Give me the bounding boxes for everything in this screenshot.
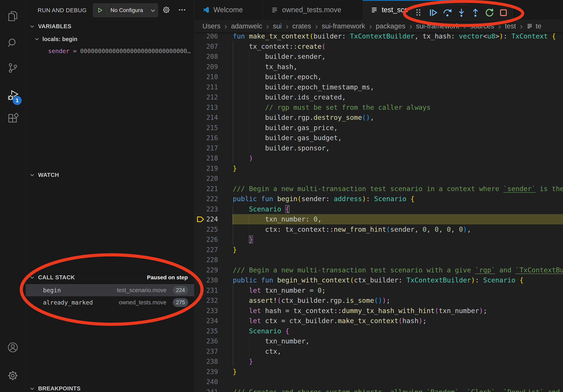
code-line-224[interactable]: 224 txn_number: 0,	[194, 214, 563, 224]
code-line-214[interactable]: 214 builder.rgp.destroy_some(),	[194, 113, 563, 123]
code-line-211[interactable]: 211 builder.epoch_timestamp_ms,	[194, 82, 563, 92]
call-stack-frame[interactable]: already_markedowned_tests.move275	[26, 296, 194, 309]
debug-step-over-button[interactable]	[440, 5, 454, 21]
line-number: 230	[194, 275, 218, 285]
code-line-233[interactable]: 233 let hash = tx_context::dummy_tx_hash…	[194, 306, 563, 316]
line-text: builder.gas_budget,	[233, 133, 342, 143]
frame-line-badge: 224	[173, 286, 188, 295]
debug-step-into-button[interactable]	[454, 5, 468, 21]
breadcrumb-item[interactable]: crates	[292, 22, 311, 30]
breadcrumb-item[interactable]: te	[536, 22, 541, 30]
code-line-238[interactable]: 238 }	[194, 356, 563, 367]
tab-owned-tests-move[interactable]: owned_tests.move	[263, 0, 363, 20]
breadcrumb-item[interactable]: sources	[470, 22, 494, 30]
breadcrumb-item[interactable]: test	[505, 22, 516, 30]
breadcrumb-item[interactable]: sui-framework	[416, 22, 460, 30]
breadcrumb-item[interactable]: Users	[202, 22, 220, 30]
variables-scope-row[interactable]: locals: begin	[26, 34, 194, 44]
activitybar-item-search[interactable]	[0, 33, 26, 54]
activitybar-item-source-control[interactable]	[0, 57, 26, 79]
code-line-206[interactable]: 206fun make_tx_context(builder: TxContex…	[194, 31, 563, 41]
line-text: tx_hash,	[233, 62, 297, 72]
code-line-235[interactable]: 235 Scenario {	[194, 326, 563, 336]
line-number: 206	[194, 31, 218, 41]
breadcrumb-item[interactable]: packages	[376, 22, 405, 30]
call-stack-frame[interactable]: begintest_scenario.move224	[26, 284, 194, 296]
debug-restart-button[interactable]	[482, 5, 496, 21]
debug-step-out-button[interactable]	[468, 5, 482, 21]
line-text: builder.epoch_timestamp_ms,	[233, 82, 374, 92]
section-call-stack-header[interactable]: CALL STACK Paused on step	[26, 272, 194, 283]
tab-welcome[interactable]: Welcome	[194, 0, 263, 20]
code-line-217[interactable]: 217 builder.sponsor,	[194, 143, 563, 153]
code-line-229[interactable]: 229/// Begin a new multi-transaction tes…	[194, 265, 563, 275]
code-line-226[interactable]: 226 }	[194, 235, 563, 245]
line-number: 231	[194, 285, 218, 296]
breadcrumb-item[interactable]: sui-framework	[322, 22, 365, 30]
code-line-227[interactable]: 227}	[194, 245, 563, 255]
code-line-221[interactable]: 221/// Begin a new multi-transaction tes…	[194, 184, 563, 194]
activitybar-item-extensions[interactable]	[0, 108, 26, 129]
code-line-234[interactable]: 234 let ctx = ctx_builder.make_tx_contex…	[194, 316, 563, 326]
code-line-215[interactable]: 215 builder.gas_price,	[194, 123, 563, 133]
code-line-210[interactable]: 210 builder.epoch,	[194, 72, 563, 82]
line-number: 239	[194, 367, 218, 377]
code-line-241[interactable]: 241/// Creates and shares system objects…	[194, 387, 563, 392]
code-line-230[interactable]: 230public fun begin_with_context(ctx_bui…	[194, 275, 563, 285]
breadcrumb-item[interactable]: adamwelc	[231, 22, 262, 30]
code-line-216[interactable]: 216 builder.gas_budget,	[194, 133, 563, 143]
chevron-down-icon	[29, 386, 35, 392]
line-text: /// Begin a new multi-transaction test s…	[233, 265, 563, 275]
activitybar-item-explorer[interactable]	[0, 6, 26, 27]
line-text: }	[233, 235, 253, 245]
views-and-more-actions-button[interactable]	[177, 6, 187, 15]
variable-row-sender[interactable]: sender = 000000000000000000000000000000…	[26, 46, 194, 56]
activitybar-item-account[interactable]	[0, 337, 26, 359]
code-line-236[interactable]: 236 txn_number,	[194, 336, 563, 346]
code-line-225[interactable]: 225 ctx: tx_context::new_from_hint(sende…	[194, 224, 563, 235]
debug-continue-button[interactable]	[426, 5, 440, 21]
breadcrumb-item[interactable]: sui	[273, 22, 282, 30]
launch-config-dropdown[interactable]: No Configura	[93, 3, 158, 17]
code-line-232[interactable]: 232 assert!(ctx_builder.rgp.is_some());	[194, 296, 563, 306]
code-line-237[interactable]: 237 ctx,	[194, 346, 563, 357]
frame-file: test_scenario.move	[117, 287, 166, 293]
code-line-212[interactable]: 212 builder.ids_created,	[194, 92, 563, 103]
section-breakpoints-label: BREAKPOINTS	[38, 385, 80, 392]
start-debug-button[interactable]	[93, 3, 107, 17]
activitybar-item-settings[interactable]	[0, 365, 26, 387]
code-line-219[interactable]: 219}	[194, 163, 563, 174]
line-number: 208	[194, 52, 218, 62]
code-line-222[interactable]: 222public fun begin(sender: address): Sc…	[194, 194, 563, 204]
line-text: builder.gas_price,	[233, 123, 338, 133]
section-breakpoints-header[interactable]: BREAKPOINTS	[26, 383, 194, 392]
line-number: 237	[194, 346, 218, 357]
code-line-223[interactable]: 223 Scenario {	[194, 204, 563, 214]
code-line-218[interactable]: 218 )	[194, 153, 563, 163]
breadcrumb[interactable]: Usersadamwelcsuicratessui-frameworkpacka…	[194, 20, 563, 32]
code-line-239[interactable]: 239}	[194, 367, 563, 377]
code-line-213[interactable]: 213 // rgp must be set from the caller a…	[194, 103, 563, 113]
line-text: txn_number,	[233, 336, 309, 346]
drag-handle-icon[interactable]	[416, 9, 421, 16]
line-text: builder.sender,	[233, 52, 326, 62]
chevron-right-icon	[223, 23, 229, 29]
code-line-207[interactable]: 207 tx_context::create(	[194, 41, 563, 52]
code-line-209[interactable]: 209 tx_hash,	[194, 62, 563, 72]
section-watch-header[interactable]: WATCH	[26, 169, 194, 180]
code-line-208[interactable]: 208 builder.sender,	[194, 52, 563, 62]
code-line-220[interactable]: 220	[194, 173, 563, 184]
activitybar-item-run-and-debug[interactable]	[0, 85, 26, 107]
line-text: assert!(ctx_builder.rgp.is_some());	[233, 296, 390, 306]
code-editor[interactable]: 206fun make_tx_context(builder: TxContex…	[194, 31, 563, 392]
frame-file: owned_tests.move	[119, 299, 166, 306]
code-line-231[interactable]: 231 let txn_number = 0;	[194, 285, 563, 296]
debug-stop-button[interactable]	[496, 5, 510, 21]
section-variables-header[interactable]: VARIABLES	[26, 21, 194, 32]
code-line-228[interactable]: 228	[194, 255, 563, 265]
variable-name: sender	[48, 48, 69, 54]
extensions-icon	[7, 112, 19, 125]
sidebar-title: RUN AND DEBUG	[38, 0, 87, 21]
debug-settings-button[interactable]	[162, 6, 171, 15]
code-line-240[interactable]: 240	[194, 377, 563, 387]
